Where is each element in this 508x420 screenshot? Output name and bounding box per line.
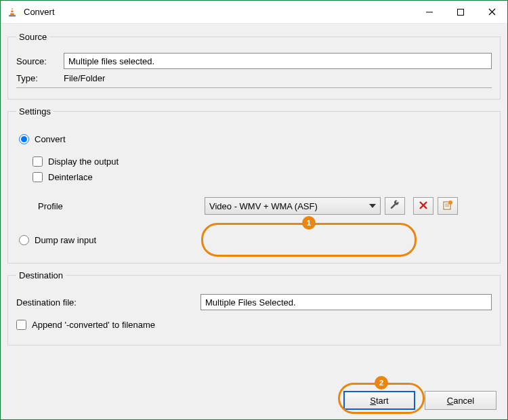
profile-selected-value: Video - WMV + WMA (ASF) — [209, 201, 365, 211]
deinterlace-checkbox[interactable] — [33, 172, 43, 182]
dialog-content: Source Source: Type: File/Folder Setting… — [1, 24, 507, 390]
new-profile-button[interactable] — [438, 197, 458, 215]
convert-radio-label: Convert — [35, 134, 66, 144]
svg-marker-8 — [369, 204, 376, 208]
destination-file-label: Destination file: — [16, 297, 192, 308]
svg-marker-0 — [10, 7, 14, 15]
chevron-down-icon — [365, 204, 380, 208]
profile-combobox[interactable]: Video - WMV + WMA (ASF) — [205, 197, 381, 215]
source-label: Source: — [16, 56, 57, 66]
settings-legend: Settings — [16, 106, 54, 117]
cancel-button[interactable]: Cancel — [425, 391, 496, 410]
cancel-mnemonic: C — [447, 396, 453, 406]
vlc-app-icon — [6, 6, 18, 18]
display-output-label: Display the output — [48, 156, 119, 167]
start-button[interactable]: Start — [343, 391, 415, 410]
start-mnemonic: S — [370, 396, 376, 406]
append-converted-checkbox[interactable] — [16, 320, 26, 330]
convert-radio[interactable] — [19, 134, 29, 144]
minimize-button[interactable] — [414, 1, 445, 23]
profile-label: Profile — [38, 201, 200, 211]
destination-legend: Destination — [16, 270, 66, 280]
svg-rect-3 — [9, 15, 16, 17]
destination-group: Destination Destination file: Append '-c… — [7, 270, 501, 345]
maximize-button[interactable] — [445, 1, 476, 23]
source-legend: Source — [16, 32, 49, 42]
new-profile-icon — [442, 200, 453, 213]
delete-profile-button[interactable] — [413, 197, 433, 215]
titlebar: Convert — [1, 1, 507, 24]
svg-rect-2 — [11, 12, 14, 13]
settings-group: Settings Convert Display the output Dein… — [7, 106, 501, 264]
display-output-checkbox[interactable] — [33, 156, 43, 167]
svg-rect-5 — [458, 9, 464, 15]
append-converted-label: Append '-converted' to filename — [32, 320, 155, 330]
window-title: Convert — [24, 7, 414, 17]
convert-dialog-window: Convert Source Source: Type: File/Folder… — [0, 0, 508, 420]
deinterlace-label: Deinterlace — [48, 172, 93, 182]
delete-x-icon — [419, 201, 428, 212]
dump-raw-radio[interactable] — [19, 235, 29, 245]
destination-file-input[interactable] — [200, 294, 492, 310]
dialog-footer: Start Cancel — [1, 390, 507, 419]
start-rest: tart — [376, 396, 389, 406]
source-input[interactable] — [64, 53, 492, 69]
edit-profile-button[interactable] — [385, 197, 405, 215]
close-button[interactable] — [476, 1, 507, 23]
svg-point-15 — [448, 201, 452, 205]
type-value: File/Folder — [64, 73, 105, 83]
wrench-icon — [389, 200, 400, 213]
type-label: Type: — [16, 73, 57, 83]
cancel-rest: ancel — [453, 396, 474, 406]
source-group: Source Source: Type: File/Folder — [7, 32, 501, 100]
dump-raw-label: Dump raw input — [35, 235, 96, 245]
svg-rect-1 — [11, 9, 14, 10]
